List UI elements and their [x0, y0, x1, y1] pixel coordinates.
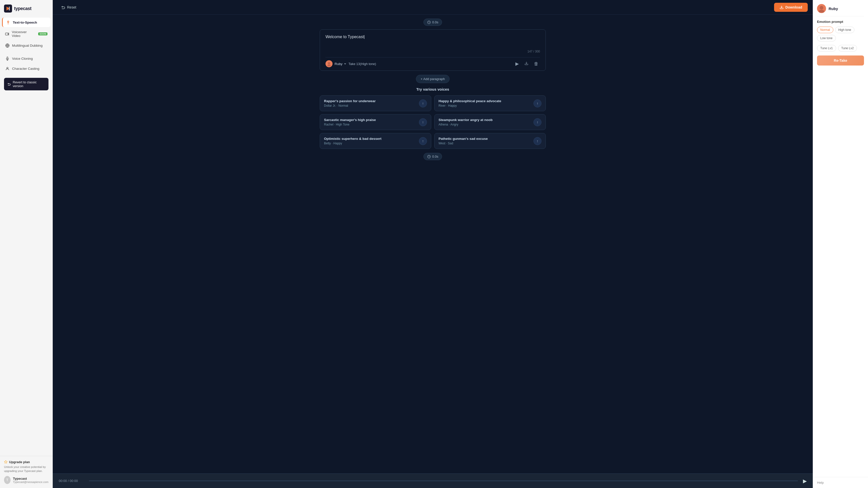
add-paragraph-button[interactable]: + Add paragraph	[416, 75, 450, 83]
timer-badge-bottom[interactable]: 0.0s	[424, 153, 442, 160]
sidebar-item-label-md: Multilingual Dubbing	[12, 44, 43, 47]
vc-play-btn-4[interactable]: ↑	[419, 137, 427, 145]
revert-to-classic-button[interactable]: Revert to classic version	[4, 78, 49, 90]
sidebar-item-character-casting[interactable]: Character Casting	[2, 64, 51, 73]
download-editor-button[interactable]	[523, 60, 530, 68]
text-to-speech-icon	[6, 20, 10, 25]
content-area: 0.0s Welcome to Typecast| 147 / 300 Ruby…	[53, 14, 813, 474]
upgrade-title[interactable]: Upgrade plan	[4, 460, 49, 464]
reset-button[interactable]: Reset	[58, 3, 80, 11]
vc-meta-5: West · Sad	[438, 141, 488, 145]
upgrade-plan: Upgrade plan Unlock your creative potent…	[4, 460, 49, 473]
svg-rect-1	[9, 6, 10, 10]
tune-btn-tune-lv2[interactable]: Tune Lv2	[838, 45, 857, 52]
tune-buttons: Tune Lv1Tune Lv2	[817, 45, 864, 52]
vc-title-4: Optimistic superhero & bad dessert	[324, 137, 381, 140]
right-panel: Ruby Emotion prompt NormalHigh toneLow t…	[813, 0, 868, 488]
sidebar-item-label-cc: Character Casting	[12, 67, 39, 70]
user-name: Typecast	[13, 477, 49, 481]
sidebar-item-voice-cloning[interactable]: Voice Cloning	[2, 54, 51, 63]
sidebar-item-voiceover-video[interactable]: Voiceover Video SOON	[2, 28, 51, 40]
timer-value-bottom: 0.0s	[432, 155, 438, 158]
voiceover-video-icon	[5, 32, 9, 36]
vc-meta-1: River · Happy	[438, 104, 501, 107]
voice-card-5[interactable]: Pathetic gunman's sad excuse West · Sad …	[434, 133, 546, 149]
sidebar-bottom: Upgrade plan Unlock your creative potent…	[0, 456, 53, 488]
editor-content[interactable]: Welcome to Typecast|	[326, 35, 540, 50]
logo-icon	[4, 4, 12, 12]
vc-play-btn-5[interactable]: ↑	[533, 137, 541, 145]
voices-section-title: Try various voices	[416, 87, 449, 91]
voice-selector[interactable]: Ruby	[335, 62, 347, 66]
multilingual-dubbing-icon	[5, 43, 9, 48]
tune-btn-tune-lv1[interactable]: Tune Lv1	[817, 45, 836, 52]
player-time: 00:00 / 00:00	[59, 479, 84, 483]
emotion-buttons: NormalHigh toneLow tone	[817, 27, 864, 41]
editor-meta: Ruby Take 13(High tone) ▶ 🗑	[326, 57, 540, 68]
revert-label: Revert to classic version	[13, 80, 45, 88]
editor-voice-info: Ruby Take 13(High tone)	[326, 60, 376, 67]
voice-card-info-1: Happy & philosophical peace advocate Riv…	[438, 99, 501, 107]
soon-badge: SOON	[38, 32, 48, 35]
voice-card-info-3: Steampunk warrior angry at noob Athena ·…	[438, 118, 493, 126]
player-play-button[interactable]: ▶	[803, 478, 807, 484]
vc-meta-4: Betty · Happy	[324, 141, 381, 145]
timer-value: 0.0s	[432, 20, 438, 24]
sidebar-nav: Text-to-Speech Voiceover Video SOON Mult…	[0, 15, 53, 456]
timer-badge[interactable]: 0.0s	[424, 19, 442, 26]
character-casting-icon	[5, 66, 9, 71]
retake-button[interactable]: Re-Take	[817, 56, 864, 66]
logo-area: typecast	[0, 0, 53, 15]
voice-card-4[interactable]: Optimistic superhero & bad dessert Betty…	[320, 133, 431, 149]
voice-card-2[interactable]: Sarcastic manager's high praise Rachel ·…	[320, 114, 431, 130]
voice-card-3[interactable]: Steampunk warrior angry at noob Athena ·…	[434, 114, 546, 130]
voices-grid: Rapper's passion for underwear Dollar Jr…	[320, 95, 546, 149]
voice-card-info-5: Pathetic gunman's sad excuse West · Sad	[438, 137, 488, 145]
voice-avatar	[326, 60, 333, 67]
audio-player: 00:00 / 00:00 ▶	[53, 474, 813, 488]
sidebar-item-multilingual-dubbing[interactable]: Multilingual Dubbing	[2, 41, 51, 50]
ruby-header: Ruby	[817, 4, 864, 16]
player-track[interactable]	[89, 481, 798, 481]
ruby-name: Ruby	[829, 6, 838, 11]
vc-play-btn-0[interactable]: ↑	[419, 99, 427, 107]
help-link[interactable]: Help	[813, 477, 868, 488]
voice-card-info-4: Optimistic superhero & bad dessert Betty…	[324, 137, 381, 145]
emotion-btn-high-tone[interactable]: High tone	[835, 27, 855, 33]
topbar: Reset Download	[53, 0, 813, 14]
voice-take: Take 13(High tone)	[349, 62, 376, 66]
svg-point-14	[328, 65, 331, 66]
play-editor-button[interactable]: ▶	[514, 60, 520, 68]
vc-meta-0: Dollar Jr. · Normal	[324, 104, 376, 107]
vc-title-3: Steampunk warrior angry at noob	[438, 118, 493, 122]
svg-marker-10	[4, 460, 7, 463]
ruby-avatar	[817, 4, 826, 13]
delete-editor-button[interactable]: 🗑	[532, 60, 540, 68]
emotion-btn-normal[interactable]: Normal	[817, 27, 833, 33]
vc-title-0: Rapper's passion for underwear	[324, 99, 376, 103]
vc-play-btn-2[interactable]: ↑	[419, 118, 427, 126]
user-info: Typecast Typecast@neosapience.com	[13, 477, 49, 484]
vc-play-btn-1[interactable]: ↑	[533, 99, 541, 107]
emotion-panel: Ruby Emotion prompt NormalHigh toneLow t…	[813, 0, 868, 477]
user-avatar: T	[4, 476, 10, 484]
user-area: T Typecast Typecast@neosapience.com	[4, 476, 49, 484]
main-content: Reset Download 0.0s Welcome to Typecast|…	[53, 0, 813, 488]
sidebar-item-label-vv: Voiceover Video	[12, 30, 35, 38]
voice-card-1[interactable]: Happy & philosophical peace advocate Riv…	[434, 95, 546, 111]
upgrade-desc: Unlock your creative potential by upgrad…	[4, 465, 49, 473]
sidebar-item-text-to-speech[interactable]: Text-to-Speech	[2, 18, 51, 27]
logo-text: typecast	[14, 6, 31, 11]
vc-title-1: Happy & philosophical peace advocate	[438, 99, 501, 103]
voice-card-0[interactable]: Rapper's passion for underwear Dollar Jr…	[320, 95, 431, 111]
vc-play-btn-3[interactable]: ↑	[533, 118, 541, 126]
vc-meta-2: Rachel · High Tone	[324, 123, 376, 126]
svg-rect-4	[5, 33, 8, 35]
voice-card-info-2: Sarcastic manager's high praise Rachel ·…	[324, 118, 376, 126]
emotion-btn-low-tone[interactable]: Low tone	[817, 35, 836, 41]
sidebar-item-label-vc: Voice Cloning	[12, 57, 33, 61]
svg-point-17	[820, 6, 823, 9]
vc-meta-3: Athena · Angry	[438, 123, 493, 126]
download-button[interactable]: Download	[774, 3, 808, 12]
voice-cloning-icon	[5, 56, 9, 61]
